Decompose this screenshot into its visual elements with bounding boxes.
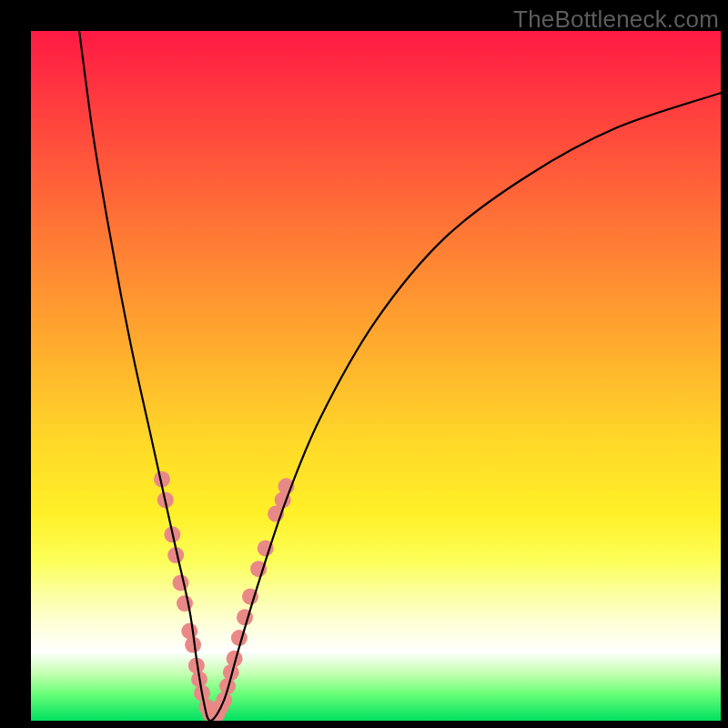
- bottleneck-curve: [79, 31, 721, 721]
- chart-frame: TheBottleneck.com: [0, 0, 728, 728]
- plot-area: [31, 31, 721, 721]
- highlight-marker-group: [154, 471, 295, 721]
- highlight-dot: [173, 574, 189, 591]
- curve-layer: [31, 31, 721, 721]
- highlight-dot: [177, 595, 193, 612]
- highlight-dot: [181, 623, 197, 640]
- watermark-text: TheBottleneck.com: [513, 5, 719, 34]
